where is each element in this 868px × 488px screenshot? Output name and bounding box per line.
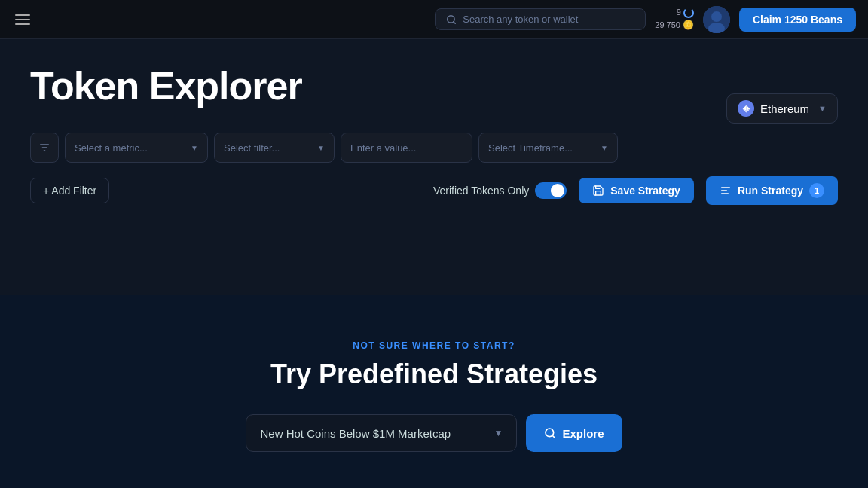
strategy-selector-row: New Hot Coins Below $1M Marketcap ▼ Expl… <box>246 414 622 452</box>
run-strategy-label: Run Strategy <box>738 185 803 197</box>
menu-icon[interactable] <box>12 11 33 28</box>
svg-point-3 <box>711 11 722 22</box>
run-strategy-badge: 1 <box>809 183 824 198</box>
filter-chevron-icon: ▼ <box>317 144 325 152</box>
filter-icon-button[interactable] <box>30 133 59 163</box>
svg-marker-6 <box>742 105 746 110</box>
action-row-right: Verified Tokens Only Save Strategy Run S… <box>433 176 838 205</box>
svg-marker-5 <box>746 105 750 110</box>
run-strategy-button[interactable]: Run Strategy 1 <box>706 176 838 205</box>
verified-toggle-container: Verified Tokens Only <box>433 182 567 199</box>
strategy-dropdown[interactable]: New Hot Coins Below $1M Marketcap ▼ <box>246 414 517 452</box>
header: Search any token or wallet 9 29 750 🪙 Cl… <box>0 0 868 39</box>
coin-icon: 🪙 <box>683 19 694 32</box>
action-row-left: + Add Filter <box>30 178 109 203</box>
action-row: + Add Filter Verified Tokens Only Save S… <box>30 176 838 205</box>
user-balance: 29 750 <box>655 20 680 31</box>
claim-button[interactable]: Claim 1250 Beans <box>739 8 856 32</box>
save-strategy-label: Save Strategy <box>610 185 680 197</box>
main-content: Token Explorer Ethereum ▼ Select a metri… <box>0 39 868 295</box>
network-chevron-icon: ▼ <box>818 104 827 113</box>
timeframe-placeholder: Select Timeframe... <box>488 142 573 154</box>
save-strategy-button[interactable]: Save Strategy <box>579 178 694 203</box>
avatar[interactable] <box>703 6 730 33</box>
user-stats: 9 29 750 🪙 <box>655 7 694 31</box>
search-bar[interactable]: Search any token or wallet <box>435 8 646 30</box>
predefined-title: Try Predefined Strategies <box>246 358 622 390</box>
search-placeholder: Search any token or wallet <box>463 14 578 25</box>
verified-label: Verified Tokens Only <box>433 185 529 197</box>
search-icon <box>446 14 457 25</box>
value-input[interactable]: Enter a value... <box>341 133 472 163</box>
filter-row: Select a metric... ▼ Select filter... ▼ … <box>30 133 838 163</box>
add-filter-button[interactable]: + Add Filter <box>30 178 109 203</box>
metric-chevron-icon: ▼ <box>191 144 198 152</box>
header-right: Search any token or wallet 9 29 750 🪙 Cl… <box>435 6 856 33</box>
filter-placeholder: Select filter... <box>224 142 280 154</box>
network-selector[interactable]: Ethereum ▼ <box>726 93 838 124</box>
verified-toggle[interactable] <box>535 182 567 199</box>
ethereum-icon <box>738 100 754 117</box>
refresh-icon <box>683 8 694 18</box>
timeframe-dropdown[interactable]: Select Timeframe... ▼ <box>478 133 618 163</box>
metric-placeholder: Select a metric... <box>75 142 148 154</box>
strategy-option-label: New Hot Coins Below $1M Marketcap <box>260 427 451 440</box>
strategy-chevron-icon: ▼ <box>494 428 503 438</box>
explore-search-icon <box>544 427 556 439</box>
header-left <box>12 11 33 28</box>
run-icon <box>720 185 732 197</box>
predefined-eyebrow: NOT SURE WHERE TO START? <box>246 340 622 351</box>
user-count: 9 <box>677 7 681 18</box>
svg-line-16 <box>553 435 555 438</box>
svg-line-1 <box>454 21 456 23</box>
network-label: Ethereum <box>760 102 809 115</box>
explore-label: Explore <box>562 427 604 440</box>
value-placeholder: Enter a value... <box>350 142 416 154</box>
metric-dropdown[interactable]: Select a metric... ▼ <box>65 133 208 163</box>
page-title: Token Explorer <box>30 63 838 108</box>
predefined-section: NOT SURE WHERE TO START? Try Predefined … <box>246 340 622 452</box>
filter-dropdown[interactable]: Select filter... ▼ <box>214 133 335 163</box>
save-icon <box>592 185 604 197</box>
timeframe-chevron-icon: ▼ <box>601 144 608 152</box>
explore-button[interactable]: Explore <box>526 414 622 452</box>
lower-section: NOT SURE WHERE TO START? Try Predefined … <box>0 295 868 488</box>
